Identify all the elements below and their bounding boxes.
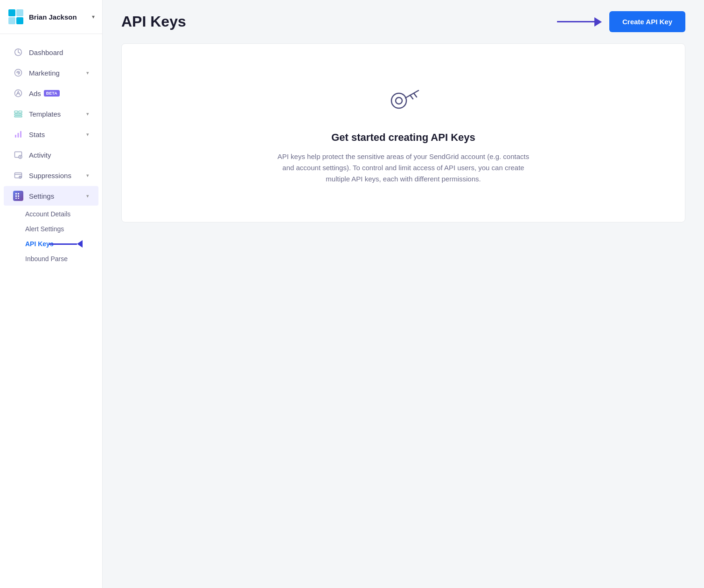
sidebar-item-label-marketing: Marketing bbox=[29, 69, 60, 77]
svg-rect-3 bbox=[8, 17, 15, 24]
stats-icon bbox=[13, 129, 23, 139]
templates-chevron: ▾ bbox=[86, 111, 89, 117]
sidebar-item-api-keys[interactable]: API Keys bbox=[0, 236, 102, 251]
marketing-icon bbox=[13, 68, 23, 78]
svg-rect-8 bbox=[14, 111, 18, 113]
sidebar-item-activity[interactable]: Activity bbox=[4, 145, 98, 165]
page-title: API Keys bbox=[121, 13, 186, 30]
svg-rect-1 bbox=[8, 9, 15, 16]
settings-chevron: ▾ bbox=[86, 193, 89, 199]
sidebar-item-alert-settings[interactable]: Alert Settings bbox=[0, 221, 102, 236]
sidebar-item-label-templates: Templates bbox=[29, 110, 61, 118]
main-nav: Dashboard Marketing ▾ Ads bbox=[0, 34, 102, 588]
stats-chevron: ▾ bbox=[86, 131, 89, 138]
sidebar-item-inbound-parse[interactable]: Inbound Parse bbox=[0, 251, 102, 266]
key-icon bbox=[385, 81, 422, 118]
svg-rect-12 bbox=[15, 135, 16, 138]
marketing-chevron: ▾ bbox=[86, 70, 89, 76]
sidebar-item-label-activity: Activity bbox=[29, 151, 51, 159]
alert-settings-label: Alert Settings bbox=[25, 225, 64, 233]
svg-rect-20 bbox=[15, 193, 17, 194]
ads-icon bbox=[13, 88, 23, 98]
top-bar: API Keys Create API Key bbox=[103, 0, 704, 43]
svg-line-29 bbox=[414, 93, 417, 97]
svg-rect-22 bbox=[15, 195, 17, 197]
svg-point-17 bbox=[20, 156, 21, 158]
svg-point-6 bbox=[18, 72, 19, 74]
sidebar-item-marketing[interactable]: Marketing ▾ bbox=[4, 63, 98, 83]
sidebar-item-ads[interactable]: Ads BETA bbox=[4, 83, 98, 103]
svg-rect-4 bbox=[16, 17, 23, 24]
svg-rect-23 bbox=[18, 195, 19, 197]
svg-point-26 bbox=[391, 93, 406, 108]
sidebar-item-label-dashboard: Dashboard bbox=[29, 48, 63, 56]
suppressions-icon bbox=[13, 170, 23, 180]
empty-state-description: API keys help protect the sensitive area… bbox=[278, 151, 530, 185]
svg-point-27 bbox=[396, 97, 402, 104]
svg-rect-13 bbox=[18, 133, 19, 138]
sidebar: Brian Jackson ▾ Dashboard Market bbox=[0, 0, 103, 588]
sendgrid-logo bbox=[7, 8, 24, 25]
svg-rect-10 bbox=[14, 116, 22, 118]
main-content: API Keys Create API Key Get started crea bbox=[103, 0, 704, 588]
activity-icon bbox=[13, 150, 23, 160]
dashboard-icon bbox=[13, 47, 23, 57]
templates-icon bbox=[13, 109, 23, 119]
account-details-label: Account Details bbox=[25, 210, 70, 218]
sidebar-item-label-ads: Ads bbox=[29, 90, 41, 97]
empty-state-card: Get started creating API Keys API keys h… bbox=[121, 43, 685, 222]
key-icon-container bbox=[385, 81, 422, 118]
svg-rect-11 bbox=[19, 111, 22, 113]
sidebar-item-label-stats: Stats bbox=[29, 131, 45, 138]
svg-rect-14 bbox=[20, 131, 21, 138]
sidebar-item-account-details[interactable]: Account Details bbox=[0, 207, 102, 221]
empty-state-title: Get started creating API Keys bbox=[331, 131, 475, 144]
suppressions-chevron: ▾ bbox=[86, 173, 89, 179]
svg-rect-9 bbox=[14, 114, 22, 115]
username-label: Brian Jackson bbox=[29, 13, 92, 21]
sidebar-item-dashboard[interactable]: Dashboard bbox=[4, 42, 98, 62]
ads-beta-badge: BETA bbox=[44, 90, 60, 97]
create-arrow-decoration bbox=[557, 17, 602, 27]
create-api-key-button[interactable]: Create API Key bbox=[609, 11, 685, 32]
sidebar-item-label-settings: Settings bbox=[29, 192, 54, 200]
settings-icon bbox=[13, 191, 23, 201]
svg-rect-24 bbox=[15, 198, 17, 199]
sidebar-item-templates[interactable]: Templates ▾ bbox=[4, 104, 98, 124]
sidebar-item-settings[interactable]: Settings ▾ bbox=[4, 186, 98, 206]
content-area: Get started creating API Keys API keys h… bbox=[103, 43, 704, 588]
sidebar-item-label-suppressions: Suppressions bbox=[29, 172, 71, 180]
inbound-parse-label: Inbound Parse bbox=[25, 255, 68, 263]
user-menu[interactable]: Brian Jackson ▾ bbox=[0, 0, 102, 34]
settings-sub-nav: Account Details Alert Settings API Keys … bbox=[0, 207, 102, 270]
sidebar-item-stats[interactable]: Stats ▾ bbox=[4, 125, 98, 144]
sidebar-item-suppressions[interactable]: Suppressions ▾ bbox=[4, 166, 98, 185]
svg-rect-2 bbox=[16, 9, 23, 16]
top-bar-right: Create API Key bbox=[557, 11, 685, 32]
svg-rect-25 bbox=[18, 198, 19, 199]
svg-line-30 bbox=[410, 95, 413, 99]
svg-rect-21 bbox=[18, 193, 19, 194]
api-keys-arrow bbox=[49, 240, 83, 248]
user-menu-chevron: ▾ bbox=[92, 14, 95, 20]
